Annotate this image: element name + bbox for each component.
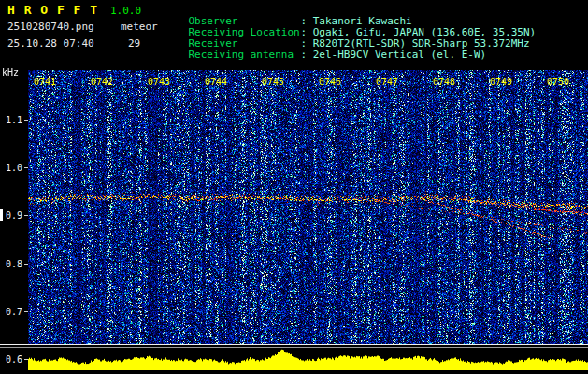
info-row-antenna: Receiving antenna: 2el-HB9CV Vertical (e… (164, 38, 486, 72)
time-label-0747: 0747 (376, 77, 398, 87)
time-label-0741: 0741 (34, 77, 56, 87)
freq-tick (24, 311, 28, 312)
app-title: H R O F F T (7, 3, 98, 17)
freq-label-1-0: 1.0 (0, 163, 22, 173)
app-version: 1.0.0 (110, 5, 141, 17)
mode-label: meteor (121, 21, 158, 33)
time-label-0744: 0744 (205, 77, 227, 87)
freq-tick (24, 359, 28, 360)
freq-tick (24, 167, 28, 168)
separator-line-bottom (0, 347, 588, 348)
time-label-0742: 0742 (91, 77, 113, 87)
time-label-0749: 0749 (490, 77, 512, 87)
time-label-0750: 0750 (547, 77, 569, 87)
freq-label-0-9: 0.9 (0, 210, 22, 221)
freq-label-0-7: 0.7 (0, 307, 22, 317)
echo-count: 29 (128, 37, 140, 50)
time-label-0743: 0743 (148, 77, 170, 87)
datetime-label: 25.10.28 07:40 (7, 37, 94, 50)
freq-label-0-8: 0.8 (0, 259, 22, 269)
freq-label-1-1: 1.1 (0, 115, 22, 125)
time-label-0746: 0746 (319, 77, 341, 87)
time-label-0745: 0745 (262, 77, 284, 87)
freq-label-0-6: 0.6 (0, 354, 22, 365)
freq-unit-label: kHz (2, 67, 19, 78)
separator-line-top (0, 344, 588, 345)
echo-frequency-marker (0, 209, 3, 221)
level-meter-canvas (28, 348, 588, 370)
freq-tick (24, 120, 28, 121)
info-value-antenna: : 2el-HB9CV Vertical (el. E-W) (301, 49, 487, 61)
spectrogram-canvas (28, 70, 588, 344)
info-label-antenna: Receiving antenna (189, 50, 301, 61)
hrofft-screen: H R O F F T 1.0.0 2510280740.png meteor … (0, 0, 588, 374)
time-label-0748: 0748 (433, 77, 455, 87)
freq-tick (24, 215, 28, 216)
freq-tick (24, 264, 28, 265)
output-filename: 2510280740.png (7, 21, 94, 33)
